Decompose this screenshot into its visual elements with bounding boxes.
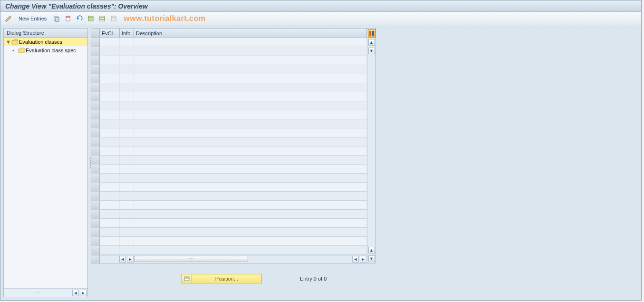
scroll-right-end-button[interactable]: ►: [360, 256, 366, 263]
cell-info[interactable]: [120, 174, 134, 182]
table-row[interactable]: [91, 83, 367, 92]
cell-description[interactable]: [134, 74, 367, 83]
copy-as-icon[interactable]: [52, 14, 61, 23]
scroll-down-button[interactable]: ▼: [368, 48, 375, 54]
cell-evcl[interactable]: [100, 56, 120, 65]
cell-description[interactable]: [134, 237, 367, 245]
table-row[interactable]: [91, 174, 367, 183]
select-all-icon[interactable]: [87, 14, 95, 23]
cell-evcl[interactable]: [100, 65, 120, 74]
cell-info[interactable]: [120, 65, 134, 74]
deselect-all-icon[interactable]: [109, 14, 118, 23]
table-row[interactable]: [91, 56, 367, 65]
cell-evcl[interactable]: [100, 119, 120, 128]
cell-description[interactable]: [134, 83, 367, 92]
table-row[interactable]: [91, 101, 367, 110]
table-row[interactable]: [91, 228, 367, 237]
cell-info[interactable]: [120, 237, 134, 245]
table-row[interactable]: [91, 156, 367, 165]
delete-icon[interactable]: [64, 14, 72, 23]
cell-description[interactable]: [134, 192, 367, 200]
cell-evcl[interactable]: [100, 156, 120, 164]
cell-info[interactable]: [120, 74, 134, 83]
cell-description[interactable]: [134, 183, 367, 191]
table-row[interactable]: [91, 237, 367, 246]
cell-description[interactable]: [134, 156, 367, 164]
row-selector[interactable]: [91, 156, 100, 164]
row-selector[interactable]: [91, 183, 100, 191]
row-selector[interactable]: [91, 201, 100, 209]
cell-evcl[interactable]: [100, 128, 120, 137]
table-row[interactable]: [91, 38, 367, 47]
cell-evcl[interactable]: [100, 110, 120, 119]
new-entries-button[interactable]: New Entries: [16, 15, 49, 22]
table-row[interactable]: [91, 201, 367, 210]
cell-info[interactable]: [120, 183, 134, 191]
select-block-icon[interactable]: [98, 14, 106, 23]
row-selector[interactable]: [91, 128, 100, 137]
cell-info[interactable]: [120, 38, 134, 47]
cell-evcl[interactable]: [100, 101, 120, 110]
row-selector[interactable]: [91, 210, 100, 218]
cell-evcl[interactable]: [100, 219, 120, 227]
row-selector[interactable]: [91, 56, 100, 65]
position-button[interactable]: Position...: [181, 274, 262, 283]
row-selector[interactable]: [91, 237, 100, 245]
cell-info[interactable]: [120, 83, 134, 92]
cell-description[interactable]: [134, 201, 367, 209]
cell-evcl[interactable]: [100, 237, 120, 245]
scroll-down-end-button[interactable]: ▼: [368, 255, 375, 262]
cell-description[interactable]: [134, 56, 367, 65]
scroll-up-button[interactable]: ▲: [368, 39, 375, 46]
cell-description[interactable]: [134, 228, 367, 236]
row-selector[interactable]: [91, 219, 100, 227]
table-row[interactable]: [91, 137, 367, 146]
table-row[interactable]: [91, 92, 367, 101]
row-selector[interactable]: [91, 174, 100, 182]
cell-info[interactable]: [120, 156, 134, 164]
cell-info[interactable]: [120, 219, 134, 227]
cell-description[interactable]: [134, 219, 367, 227]
table-row[interactable]: [91, 192, 367, 201]
table-row[interactable]: [91, 74, 367, 83]
cell-info[interactable]: [120, 110, 134, 119]
cell-info[interactable]: [120, 56, 134, 65]
table-row[interactable]: [91, 246, 367, 255]
table-row[interactable]: [91, 119, 367, 128]
table-row[interactable]: [91, 219, 367, 228]
cell-description[interactable]: [134, 101, 367, 110]
row-selector[interactable]: [91, 137, 100, 146]
cell-description[interactable]: [134, 174, 367, 182]
cell-info[interactable]: [120, 165, 134, 173]
table-row[interactable]: [91, 210, 367, 219]
cell-info[interactable]: [120, 92, 134, 101]
scroll-up-end-button[interactable]: ▲: [368, 247, 375, 253]
cell-description[interactable]: [134, 210, 367, 218]
cell-description[interactable]: [134, 165, 367, 173]
cell-evcl[interactable]: [100, 92, 120, 101]
table-row[interactable]: [91, 146, 367, 156]
horizontal-scroll-thumb[interactable]: ⋯: [134, 256, 248, 262]
cell-description[interactable]: [134, 47, 367, 56]
cell-evcl[interactable]: [100, 38, 120, 47]
cell-description[interactable]: [134, 137, 367, 146]
row-selector[interactable]: [91, 228, 100, 236]
cell-evcl[interactable]: [100, 174, 120, 182]
cell-info[interactable]: [120, 101, 134, 110]
cell-info[interactable]: [120, 47, 134, 56]
cell-info[interactable]: [120, 210, 134, 218]
cell-info[interactable]: [120, 137, 134, 146]
cell-description[interactable]: [134, 110, 367, 119]
row-selector[interactable]: [91, 165, 100, 173]
row-selector[interactable]: [91, 246, 100, 254]
sidebar-scroll-left[interactable]: ◄: [72, 290, 79, 296]
sidebar-resize-handle[interactable]: ⋯: [4, 290, 71, 296]
toggle-edit-icon[interactable]: [4, 14, 13, 23]
cell-description[interactable]: [134, 128, 367, 137]
row-selector[interactable]: [91, 110, 100, 119]
cell-description[interactable]: [134, 65, 367, 74]
cell-info[interactable]: [120, 228, 134, 236]
scroll-left-button[interactable]: ◄: [119, 256, 126, 263]
row-selector[interactable]: [91, 74, 100, 83]
table-row[interactable]: [91, 47, 367, 56]
